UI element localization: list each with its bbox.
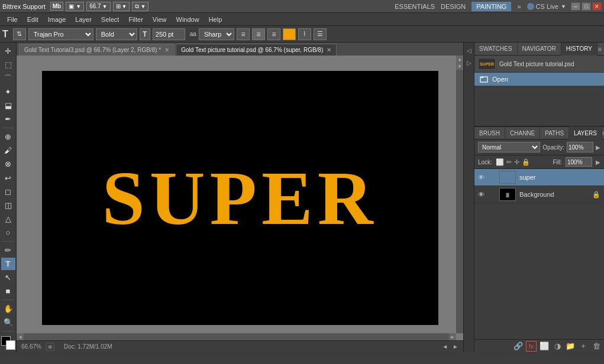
add-mask-icon[interactable]: ⬜ bbox=[539, 341, 550, 352]
panel-menu-icon[interactable]: ≡ bbox=[598, 46, 602, 53]
zoom-tool[interactable]: 🔍 bbox=[1, 316, 15, 329]
close-tab-2[interactable]: ✕ bbox=[327, 47, 331, 53]
scroll-left-arrow[interactable]: ◄ bbox=[17, 333, 24, 340]
close-tab-1[interactable]: ✕ bbox=[164, 47, 169, 53]
maximize-button[interactable]: □ bbox=[582, 2, 591, 11]
tab-picture-tutorial[interactable]: Gold Text picture tutorial.psd @ 66.7% (… bbox=[176, 44, 337, 56]
layer-super-name: super bbox=[519, 174, 600, 181]
workspace-painting[interactable]: PAINTING bbox=[471, 2, 511, 11]
visibility-eye-super[interactable]: 👁 bbox=[478, 174, 486, 181]
healing-tool[interactable]: ⊕ bbox=[1, 131, 15, 143]
gradient-tool[interactable]: ◫ bbox=[1, 199, 15, 212]
menu-file[interactable]: File bbox=[2, 15, 22, 24]
lasso-tool[interactable]: ⌒ bbox=[1, 72, 15, 84]
font-size-input[interactable] bbox=[153, 28, 185, 40]
panel-options-btn[interactable]: ▷ bbox=[464, 57, 474, 68]
tab-tutorial3[interactable]: Gold Text Tutorial3.psd @ 66.7% (Layer 2… bbox=[19, 44, 175, 56]
menu-layer[interactable]: Layer bbox=[70, 15, 96, 24]
add-style-icon[interactable]: fx bbox=[526, 341, 537, 352]
vertical-scrollbar[interactable]: ▲ ▼ bbox=[456, 56, 463, 333]
new-layer-icon[interactable]: + bbox=[578, 341, 589, 352]
scroll-right-arrow[interactable]: ► bbox=[449, 333, 456, 340]
layer-background[interactable]: 👁 ▓ Background 🔒 bbox=[474, 186, 604, 203]
align-left-button[interactable]: ≡ bbox=[237, 28, 250, 40]
collapse-panels-btn[interactable]: ◁ bbox=[464, 45, 474, 56]
tab-brush[interactable]: BRUSH bbox=[474, 126, 505, 139]
workspace-design[interactable]: DESIGN bbox=[441, 3, 466, 10]
scroll-right-btn[interactable]: ► bbox=[453, 343, 458, 350]
tab-paths[interactable]: PATHS bbox=[540, 126, 569, 139]
lock-position-icon[interactable]: ✛ bbox=[514, 158, 519, 166]
text-orient-icon[interactable]: ⇅ bbox=[13, 28, 26, 40]
layer-dropdown[interactable]: ▣ ▼ bbox=[66, 2, 84, 11]
magic-wand-tool[interactable]: ✦ bbox=[1, 86, 15, 98]
dodge-tool[interactable]: ○ bbox=[1, 226, 15, 239]
text-tool[interactable]: T bbox=[1, 258, 15, 270]
lock-transparent-icon[interactable]: ⬜ bbox=[496, 158, 504, 166]
aa-method-select[interactable]: Sharp Smooth Strong Crisp None bbox=[199, 28, 234, 40]
clone-tool[interactable]: ⊗ bbox=[1, 158, 15, 170]
group-layers-icon[interactable]: 📁 bbox=[565, 341, 576, 352]
character-options-button[interactable]: ☰ bbox=[314, 28, 327, 40]
menu-filter[interactable]: Filter bbox=[124, 15, 147, 24]
menu-window[interactable]: Window bbox=[172, 15, 204, 24]
fill-input[interactable] bbox=[566, 157, 592, 167]
eraser-tool[interactable]: ◻ bbox=[1, 186, 15, 198]
visibility-eye-bg[interactable]: 👁 bbox=[478, 191, 486, 198]
scroll-up-arrow[interactable]: ▲ bbox=[456, 56, 463, 63]
font-family-select[interactable]: Trajan Pro bbox=[28, 28, 93, 40]
opacity-arrow[interactable]: ▶ bbox=[596, 144, 600, 151]
pen-tool[interactable]: ✏ bbox=[1, 244, 15, 256]
menu-select[interactable]: Select bbox=[96, 15, 124, 24]
tab-channels[interactable]: CHANNE bbox=[505, 126, 540, 139]
font-style-select[interactable]: Bold bbox=[96, 28, 137, 40]
tab-layers[interactable]: LAYERS bbox=[569, 126, 602, 139]
workspace-essentials[interactable]: ESSENTIALS bbox=[395, 3, 435, 10]
opacity-input[interactable] bbox=[567, 142, 593, 152]
blend-mode-select[interactable]: Normal bbox=[478, 142, 540, 152]
view-options[interactable]: ⊞ ▼ bbox=[113, 2, 130, 11]
zoom-display[interactable]: 66.7 ▼ bbox=[86, 2, 110, 11]
arrange-dropdown[interactable]: ⧉ ▼ bbox=[132, 2, 148, 11]
shape-tool[interactable]: ■ bbox=[1, 285, 15, 297]
menu-image[interactable]: Image bbox=[43, 15, 71, 24]
menu-help[interactable]: Help bbox=[204, 15, 227, 24]
crop-tool[interactable]: ⬓ bbox=[1, 99, 15, 112]
link-layers-icon[interactable]: 🔗 bbox=[513, 341, 524, 352]
minimize-button[interactable]: ─ bbox=[571, 2, 580, 11]
tab-navigator[interactable]: NAVIGATOR bbox=[518, 43, 561, 56]
align-right-button[interactable]: ≡ bbox=[267, 28, 280, 40]
lock-all-icon[interactable]: 🔒 bbox=[522, 158, 530, 166]
menu-edit[interactable]: Edit bbox=[22, 15, 43, 24]
scroll-left-btn[interactable]: ◄ bbox=[442, 343, 448, 350]
blur-tool[interactable]: △ bbox=[1, 213, 15, 225]
hand-tool[interactable]: ✋ bbox=[1, 303, 15, 315]
fill-arrow[interactable]: ▶ bbox=[596, 159, 600, 165]
close-button[interactable]: ✕ bbox=[592, 2, 602, 11]
scroll-down-arrow[interactable]: ▼ bbox=[456, 63, 463, 70]
layer-super[interactable]: 👁 T super bbox=[474, 169, 604, 186]
adjustment-layer-icon[interactable]: ◑ bbox=[552, 341, 563, 352]
more-workspaces-btn[interactable]: » bbox=[517, 3, 521, 10]
tab-swatches[interactable]: SWATCHES bbox=[474, 43, 518, 56]
menu-view[interactable]: View bbox=[148, 15, 172, 24]
tab-history[interactable]: HISTORY bbox=[561, 43, 597, 56]
cslive-label[interactable]: CS Live bbox=[536, 3, 559, 10]
brush-tool[interactable]: 🖌 bbox=[1, 144, 15, 157]
lock-image-icon[interactable]: ✏ bbox=[506, 158, 512, 166]
path-selection-tool[interactable]: ↖ bbox=[1, 271, 15, 284]
horizontal-scrollbar[interactable]: ◄ ► bbox=[17, 333, 456, 340]
marquee-tool[interactable]: ⬚ bbox=[1, 58, 15, 71]
align-center-button[interactable]: ≡ bbox=[252, 28, 265, 40]
mb-icon: Mb bbox=[50, 2, 63, 11]
warp-text-button[interactable]: ⌇ bbox=[298, 28, 311, 40]
delete-layer-icon[interactable]: 🗑 bbox=[591, 341, 602, 352]
eyedropper-tool[interactable]: ✒ bbox=[1, 113, 15, 125]
history-brush-tool[interactable]: ↩ bbox=[1, 172, 15, 184]
zoom-toggle[interactable]: ⊕ bbox=[46, 343, 54, 351]
canvas-text: SUPER bbox=[102, 154, 377, 242]
move-tool[interactable]: ✛ bbox=[1, 45, 15, 57]
history-item-open[interactable]: Open bbox=[474, 73, 604, 86]
foreground-background-colors[interactable] bbox=[1, 336, 15, 350]
text-color-box[interactable] bbox=[283, 28, 296, 40]
